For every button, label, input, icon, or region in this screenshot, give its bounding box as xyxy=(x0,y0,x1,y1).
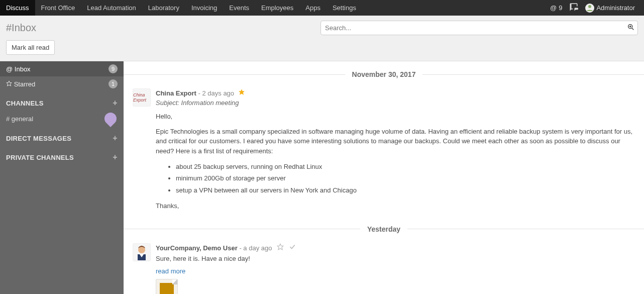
page-title: #Inbox xyxy=(6,22,36,34)
list-item: setup a VPN between all our servers in N… xyxy=(176,184,635,196)
sidebar-item-label: Inbox xyxy=(15,65,109,73)
message-avatar: China Export xyxy=(133,88,151,107)
message-text: Thanks, xyxy=(156,201,635,211)
date-separator: November 30, 2017 xyxy=(124,70,644,78)
check-icon[interactable] xyxy=(289,244,296,252)
message-author: YourCompany, Demo User xyxy=(156,244,238,252)
nav-apps[interactable]: Apps xyxy=(299,0,327,16)
svg-marker-5 xyxy=(7,81,12,86)
message-subject: Subject: Information meeting xyxy=(156,99,635,107)
message-avatar xyxy=(133,243,151,261)
search-input[interactable] xyxy=(320,21,638,35)
at-icon: @ xyxy=(550,4,557,12)
chat-icon[interactable] xyxy=(569,3,578,13)
starred-count-badge: 1 xyxy=(109,79,118,88)
add-channel-button[interactable]: + xyxy=(113,99,118,108)
message: YourCompany, Demo User - a day ago Sure,… xyxy=(124,240,644,294)
nav-discuss[interactable]: Discuss xyxy=(0,0,35,16)
message-thread: November 30, 2017 China Export China Exp… xyxy=(124,61,644,294)
notif-count: 9 xyxy=(559,4,562,12)
sidebar-section-private: PRIVATE CHANNELS + xyxy=(0,146,124,165)
sidebar-item-label: Starred xyxy=(14,80,109,88)
mark-all-read-button[interactable]: Mark all read xyxy=(6,40,55,55)
nav-invoicing[interactable]: Invoicing xyxy=(185,0,223,16)
add-private-button[interactable]: + xyxy=(113,153,118,162)
sidebar: @ Inbox 9 Starred 1 CHANNELS + # general… xyxy=(0,61,124,294)
at-icon: @ xyxy=(6,65,15,73)
date-label: November 30, 2017 xyxy=(345,70,423,78)
message-text: Sure, here it is. Have a nice day! xyxy=(156,254,635,264)
avatar-icon xyxy=(585,4,594,13)
sidebar-channel-general[interactable]: # general xyxy=(0,111,124,127)
message-list: about 25 backup servers, running on Redh… xyxy=(176,161,635,196)
channel-avatar-icon xyxy=(102,110,119,127)
svg-marker-6 xyxy=(239,89,245,95)
nav-events[interactable]: Events xyxy=(223,0,255,16)
nav-front-office[interactable]: Front Office xyxy=(35,0,81,16)
user-menu[interactable]: Administrator xyxy=(585,4,635,13)
star-icon[interactable] xyxy=(277,244,286,252)
date-separator: Yesterday xyxy=(124,225,644,233)
message-time: - 2 days ago xyxy=(198,89,235,97)
message-text: Epic Technologies is a small company spe… xyxy=(156,127,635,156)
attachment-thumbnail[interactable] xyxy=(156,279,178,294)
sidebar-item-inbox[interactable]: @ Inbox 9 xyxy=(0,61,124,76)
sidebar-item-starred[interactable]: Starred 1 xyxy=(0,76,124,91)
message-time: - a day ago xyxy=(239,244,272,252)
nav-settings[interactable]: Settings xyxy=(327,0,362,16)
sidebar-section-channels: CHANNELS + xyxy=(0,91,124,111)
date-label: Yesterday xyxy=(360,225,407,233)
sidebar-item-label: general xyxy=(12,115,33,123)
user-name: Administrator xyxy=(596,4,635,12)
sidebar-section-direct: DIRECT MESSAGES + xyxy=(0,127,124,146)
notif-mentions[interactable]: @ 9 xyxy=(550,4,562,12)
list-item: minimum 200Gb of storage per server xyxy=(176,172,635,184)
inbox-count-badge: 9 xyxy=(109,64,118,73)
svg-marker-9 xyxy=(277,244,283,250)
message: China Export China Export - 2 days ago S… xyxy=(124,85,644,216)
nav-lead-automation[interactable]: Lead Automation xyxy=(81,0,142,16)
top-nav: Discuss Front Office Lead Automation Lab… xyxy=(0,0,644,16)
search-icon[interactable] xyxy=(627,23,635,33)
nav-laboratory[interactable]: Laboratory xyxy=(142,0,185,16)
message-text: Hello, xyxy=(156,112,635,122)
svg-point-0 xyxy=(588,5,591,8)
add-dm-button[interactable]: + xyxy=(113,134,118,143)
svg-line-2 xyxy=(632,28,633,30)
hash-icon: # xyxy=(6,115,12,123)
message-author: China Export xyxy=(156,89,196,97)
read-more-link[interactable]: read more xyxy=(156,267,185,275)
star-icon[interactable] xyxy=(238,89,245,97)
nav-employees[interactable]: Employees xyxy=(255,0,299,16)
star-icon xyxy=(6,80,14,88)
list-item: about 25 backup servers, running on Redh… xyxy=(176,161,635,172)
page-header: #Inbox Mark all read xyxy=(0,16,644,61)
